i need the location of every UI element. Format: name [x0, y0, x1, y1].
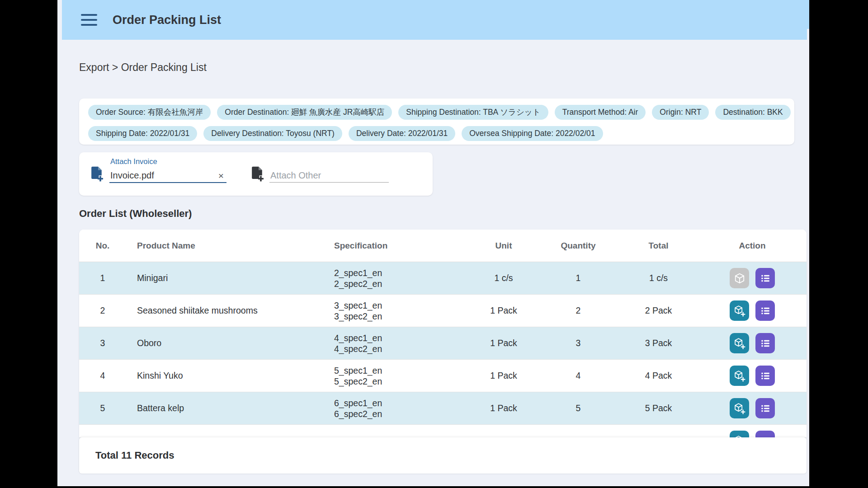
- cell-total: 4 Pack: [619, 360, 698, 392]
- bullet-list-icon: [760, 403, 771, 414]
- chip-order-destination: Order Destination: 廻鮮 魚廣水産 JR高崎駅店: [217, 105, 392, 120]
- detail-list-button[interactable]: [755, 366, 775, 386]
- package-cube-plus-icon: [734, 403, 745, 414]
- cell-unit: 1 Pack: [470, 295, 538, 327]
- order-list-title: Order List (Wholeseller): [79, 208, 192, 220]
- col-header-quantity: Quantity: [538, 230, 619, 262]
- clear-invoice-icon[interactable]: ×: [215, 169, 227, 182]
- table-header-row: No. Product Name Specification Unit Quan…: [79, 230, 807, 262]
- cell-action: [698, 425, 807, 438]
- pack-button[interactable]: [730, 398, 749, 418]
- cell-quantity: 1: [538, 262, 619, 295]
- order-table-card: No. Product Name Specification Unit Quan…: [79, 230, 807, 437]
- package-cube-plus-icon: [734, 338, 745, 349]
- package-cube-plus-icon: [734, 370, 745, 382]
- cell-product: Battera kelp: [126, 392, 334, 425]
- pack-button[interactable]: [730, 431, 749, 437]
- chip-transport-method: Transport Method: Air: [555, 105, 646, 120]
- chip-shipping-date: Shipping Date: 2022/01/31: [88, 126, 197, 141]
- cell-no: 3: [79, 327, 126, 360]
- order-table: No. Product Name Specification Unit Quan…: [79, 230, 807, 437]
- table-footer: Total 11 Records: [79, 437, 807, 474]
- cell-no: [79, 425, 126, 438]
- cell-quantity: 2: [538, 295, 619, 327]
- col-header-action: Action: [698, 230, 807, 262]
- cell-spec: 2_spec1_en 2_spec2_en: [334, 262, 470, 295]
- cell-quantity: 5: [538, 392, 619, 425]
- attach-other-input[interactable]: [269, 169, 389, 183]
- hamburger-menu-icon[interactable]: [81, 14, 97, 26]
- cell-product: Minigari: [126, 262, 334, 295]
- table-row: 2 Seasoned shiitake mushrooms 3_spec1_en…: [79, 295, 807, 327]
- pack-button[interactable]: [730, 300, 749, 321]
- cell-action: [698, 360, 807, 392]
- attach-invoice-input[interactable]: [109, 169, 226, 183]
- detail-list-button[interactable]: [755, 431, 775, 437]
- cell-action: [698, 392, 807, 425]
- table-row: 1 Minigari 2_spec1_en 2_spec2_en 1 c/s 1…: [79, 262, 807, 295]
- col-header-unit: Unit: [470, 230, 538, 262]
- col-header-spec: Specification: [334, 230, 470, 262]
- attach-invoice-file-plus-icon[interactable]: [89, 166, 104, 182]
- cell-spec: 7_spec1_en: [334, 425, 470, 438]
- col-header-no: No.: [79, 230, 126, 262]
- chip-delivery-destination: Delivery Destination: Toyosu (NRT): [203, 126, 342, 141]
- cell-unit: 1 Pack: [470, 327, 538, 360]
- cell-action: [698, 327, 807, 360]
- app-bar: Order Packing List: [62, 0, 809, 40]
- cell-product: [126, 425, 334, 438]
- detail-list-button[interactable]: [755, 398, 775, 418]
- cell-no: 4: [79, 360, 126, 392]
- attachments-card: Attach Invoice ×: [79, 152, 433, 196]
- cell-total: 2 Pack: [619, 295, 698, 327]
- detail-list-button[interactable]: [755, 268, 775, 288]
- cell-no: 2: [79, 295, 126, 327]
- bullet-list-icon: [760, 272, 771, 284]
- cell-quantity: 4: [538, 360, 619, 392]
- order-summary-card: Order Source: 有限会社魚河岸 Order Destination:…: [79, 99, 794, 145]
- chip-oversea-shipping-date: Oversea Shipping Date: 2022/02/01: [462, 126, 603, 141]
- cell-quantity: [538, 425, 619, 438]
- breadcrumb: Export > Order Packing List: [79, 61, 207, 74]
- chip-shipping-destination: Shipping Destination: TBA ソラシット: [398, 105, 548, 120]
- chip-destination: Destination: BKK: [715, 105, 790, 120]
- cell-no: 5: [79, 392, 126, 425]
- attach-invoice-label: Attach Invoice: [110, 157, 157, 166]
- chip-row-1: Order Source: 有限会社魚河岸 Order Destination:…: [88, 105, 785, 120]
- detail-list-button[interactable]: [755, 333, 775, 353]
- page-title: Order Packing List: [113, 13, 221, 27]
- col-header-total: Total: [619, 230, 698, 262]
- cell-spec: 6_spec1_en 6_spec2_en: [334, 392, 470, 425]
- bullet-list-icon: [760, 305, 771, 317]
- pack-button[interactable]: [730, 366, 749, 386]
- cell-product: Oboro: [126, 327, 334, 360]
- cell-no: 1: [79, 262, 126, 295]
- bullet-list-icon: [760, 338, 771, 349]
- bullet-list-icon: [760, 370, 771, 382]
- cell-total: 5 Pack: [619, 392, 698, 425]
- cell-product: Kinshi Yuko: [126, 360, 334, 392]
- cell-total: 1 c/s: [619, 262, 698, 295]
- cell-total: 3 Pack: [619, 327, 698, 360]
- cell-action: [698, 295, 807, 327]
- chip-delivery-date: Delivery Date: 2022/01/31: [349, 126, 455, 141]
- table-row: 5 Battera kelp 6_spec1_en 6_spec2_en 1 P…: [79, 392, 807, 425]
- chip-order-source: Order Source: 有限会社魚河岸: [88, 105, 211, 120]
- cell-unit: [470, 425, 538, 438]
- total-records-label: Total 11 Records: [95, 450, 174, 461]
- scrollbar-track[interactable]: [807, 29, 809, 486]
- chip-row-2: Shipping Date: 2022/01/31 Delivery Desti…: [88, 126, 785, 141]
- cell-spec: 5_spec1_en 5_spec2_en: [334, 360, 470, 392]
- cell-spec: 4_spec1_en 4_spec2_en: [334, 327, 470, 360]
- cell-quantity: 3: [538, 327, 619, 360]
- cell-unit: 1 Pack: [470, 392, 538, 425]
- chip-origin: Origin: NRT: [652, 105, 709, 120]
- package-cube-icon: [734, 272, 745, 284]
- attach-other-file-plus-icon[interactable]: [250, 166, 264, 182]
- detail-list-button[interactable]: [755, 300, 775, 321]
- cell-product: Seasoned shiitake mushrooms: [126, 295, 334, 327]
- cell-unit: 1 Pack: [470, 360, 538, 392]
- col-header-product: Product Name: [126, 230, 334, 262]
- pack-button[interactable]: [730, 333, 749, 353]
- cell-action: [698, 262, 807, 295]
